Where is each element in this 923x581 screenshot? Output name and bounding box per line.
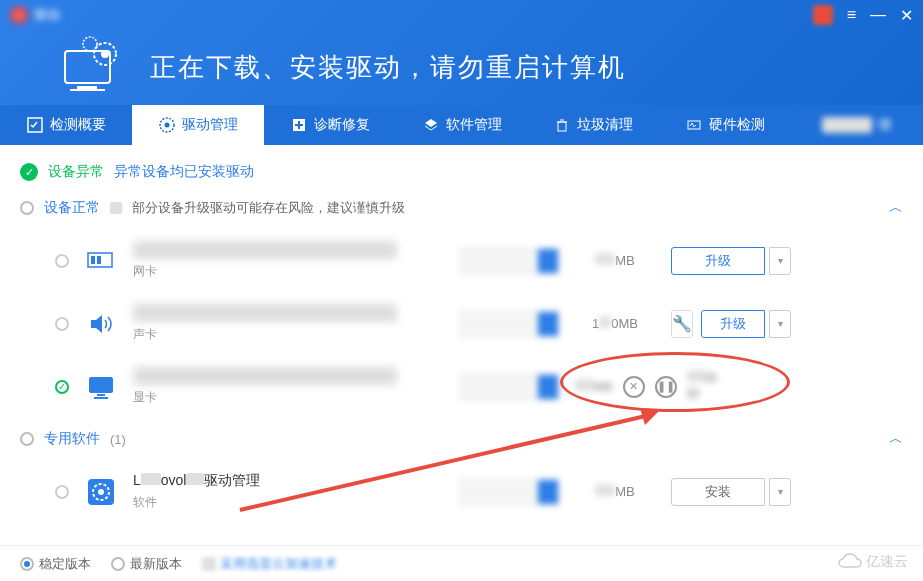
software-name: Lovol驱动管理 (133, 472, 443, 490)
download-speed: IB秒 (687, 370, 717, 403)
logo-icon (10, 6, 28, 24)
svg-point-8 (164, 123, 169, 128)
monitor-icon (85, 371, 117, 403)
chevron-up-icon[interactable]: ︿ (889, 199, 903, 217)
footer: 稳定版本 最新版本 采用迅雷云加速技术 (0, 545, 923, 581)
radio-icon[interactable] (20, 432, 34, 446)
speaker-icon (85, 308, 117, 340)
device-name-blurred (133, 367, 397, 385)
svg-rect-16 (97, 394, 105, 396)
version-dropdown[interactable] (459, 248, 559, 274)
section-normal-devices[interactable]: 设备正常 部分设备升级驱动可能存在风险，建议谨慎升级 ︿ (20, 187, 903, 229)
menu-icon[interactable]: ≡ (847, 6, 856, 24)
device-row-display: 显卡 MB ✕ ❚❚ IB秒 (20, 355, 903, 418)
header-main: 正在下载、安装驱动，请勿重启计算机 (0, 30, 923, 105)
install-button[interactable]: 安装 (671, 478, 765, 506)
row-checkbox[interactable] (55, 254, 69, 268)
device-type: 网卡 (133, 263, 443, 280)
hardware-icon (685, 116, 703, 134)
section-title: 专用软件 (44, 430, 100, 448)
status-desc[interactable]: 异常设备均已安装驱动 (114, 163, 254, 181)
action-column: 安装 ▾ (671, 478, 791, 506)
action-column: 升级 ▾ (671, 247, 791, 275)
main-content: ✓ 设备异常 异常设备均已安装驱动 设备正常 部分设备升级驱动可能存在风险，建议… (0, 145, 923, 535)
row-checkbox[interactable] (55, 485, 69, 499)
thunder-icon (202, 557, 216, 571)
version-dropdown[interactable] (459, 374, 559, 400)
check-icon: ✓ (20, 163, 38, 181)
pause-button[interactable]: ❚❚ (655, 376, 677, 398)
size-column: MB (575, 484, 655, 499)
download-size: MB (575, 379, 613, 394)
action-dropdown-icon[interactable]: ▾ (769, 478, 791, 506)
tab-diagnose[interactable]: 诊断修复 (264, 105, 396, 145)
action-dropdown-icon[interactable]: ▾ (769, 310, 791, 338)
svg-rect-1 (77, 86, 97, 89)
device-info: 网卡 (133, 241, 443, 280)
footer-latest-option[interactable]: 最新版本 (111, 555, 182, 573)
section-desc: 部分设备升级驱动可能存在风险，建议谨慎升级 (132, 199, 405, 217)
shield-icon[interactable] (813, 5, 833, 25)
minimize-icon[interactable]: — (870, 6, 886, 24)
device-type: 显卡 (133, 389, 443, 406)
close-icon[interactable]: ✕ (900, 6, 913, 25)
tab-software[interactable]: 软件管理 (396, 105, 528, 145)
section-title: 设备正常 (44, 199, 100, 217)
device-name-blurred (133, 241, 397, 259)
svg-rect-17 (94, 397, 108, 399)
footer-stable-option[interactable]: 稳定版本 (20, 555, 91, 573)
network-card-icon (85, 245, 117, 277)
watermark: 亿速云 (838, 553, 908, 571)
software-row: Lovol驱动管理 软件 MB 安装 ▾ (20, 460, 903, 523)
size-blurred (595, 253, 615, 265)
tab-label: 软件管理 (446, 116, 502, 134)
action-column: 🔧 升级 ▾ (671, 310, 791, 338)
size-column: 10MB (575, 316, 655, 331)
tab-more[interactable]: 馈 (791, 105, 923, 145)
window-controls: ≡ — ✕ (813, 5, 913, 25)
app-header: 驱动 ≡ — ✕ 正在下载、安装驱动，请勿重启计算机 (0, 0, 923, 105)
software-icon (85, 476, 117, 508)
device-row-audio: 声卡 10MB 🔧 升级 ▾ (20, 292, 903, 355)
tab-label: 驱动管理 (182, 116, 238, 134)
device-row-network: 网卡 MB 升级 ▾ (20, 229, 903, 292)
tab-hardware[interactable]: 硬件检测 (659, 105, 791, 145)
gear-icon (158, 116, 176, 134)
logo-text: 驱动 (34, 6, 60, 24)
tab-cleanup[interactable]: 垃圾清理 (527, 105, 659, 145)
status-label: 设备异常 (48, 163, 104, 181)
size-column: MB (575, 253, 655, 268)
chevron-up-icon[interactable]: ︿ (889, 430, 903, 448)
software-icon (422, 116, 440, 134)
action-dropdown-icon[interactable]: ▾ (769, 247, 791, 275)
wrench-icon[interactable]: 🔧 (671, 310, 693, 338)
radio-checked-icon (20, 557, 34, 571)
device-info: 显卡 (133, 367, 443, 406)
version-dropdown[interactable] (459, 479, 559, 505)
cancel-button[interactable]: ✕ (623, 376, 645, 398)
download-status: MB ✕ ❚❚ IB秒 (575, 370, 785, 403)
blurred-icon (822, 117, 872, 133)
svg-rect-13 (91, 256, 95, 264)
upgrade-button[interactable]: 升级 (701, 310, 765, 338)
device-info: 声卡 (133, 304, 443, 343)
radio-icon[interactable] (20, 201, 34, 215)
tab-label: 诊断修复 (314, 116, 370, 134)
software-type: 软件 (133, 494, 443, 511)
row-checkbox-checked[interactable] (55, 380, 69, 394)
version-dropdown[interactable] (459, 311, 559, 337)
footer-tech-info: 采用迅雷云加速技术 (202, 555, 337, 573)
gear-graphic-icon (55, 36, 125, 100)
section-special-software[interactable]: 专用软件 (1) ︿ (20, 418, 903, 460)
size-blurred (595, 484, 615, 496)
tab-overview[interactable]: 检测概要 (0, 105, 132, 145)
svg-rect-10 (558, 122, 566, 131)
upgrade-button[interactable]: 升级 (671, 247, 765, 275)
svg-point-4 (101, 50, 109, 58)
row-checkbox[interactable] (55, 317, 69, 331)
device-type: 声卡 (133, 326, 443, 343)
tab-driver[interactable]: 驱动管理 (132, 105, 264, 145)
device-abnormal-status: ✓ 设备异常 异常设备均已安装驱动 (20, 157, 903, 187)
svg-rect-11 (688, 121, 700, 129)
svg-point-20 (98, 489, 104, 495)
